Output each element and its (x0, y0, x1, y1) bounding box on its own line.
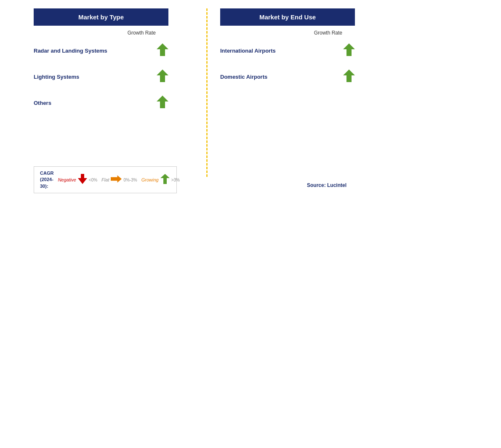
flat-label: Flat (101, 177, 109, 182)
list-item: Lighting Systems (34, 64, 168, 90)
item-label-international: International Airports (220, 48, 276, 54)
up-arrow-icon (157, 69, 168, 84)
svg-marker-1 (157, 69, 168, 82)
negative-range: <0% (89, 178, 97, 182)
svg-marker-3 (78, 174, 87, 184)
up-arrow-icon (157, 43, 168, 58)
vertical-divider (206, 8, 208, 177)
svg-marker-6 (343, 43, 355, 56)
legend-negative-item: Negative <0% (58, 174, 97, 186)
negative-label: Negative (58, 177, 76, 182)
item-label-others: Others (34, 100, 51, 106)
list-item: International Airports (220, 37, 355, 64)
growing-range: >3% (171, 178, 180, 182)
flat-range: 0%-3% (123, 178, 137, 182)
up-arrow-icon (343, 69, 355, 84)
list-item: Radar and Landing Systems (34, 37, 168, 64)
source-text: Source: Lucintel (220, 182, 346, 188)
svg-marker-5 (160, 174, 170, 184)
left-panel: Market by Type Growth Rate Radar and Lan… (34, 8, 194, 193)
list-item: Others (34, 90, 168, 116)
up-arrow-icon (157, 96, 168, 110)
list-item: Domestic Airports (220, 64, 355, 90)
up-arrow-icon (343, 43, 355, 58)
legend-flat-item: Flat 0%-3% (101, 175, 137, 185)
right-arrow-icon (111, 175, 122, 185)
left-panel-header: Market by Type (34, 8, 168, 26)
down-arrow-icon (78, 174, 87, 186)
item-label-lighting: Lighting Systems (34, 74, 79, 80)
right-panel-header: Market by End Use (220, 8, 355, 26)
growing-label: Growing (141, 177, 159, 182)
up-arrow-small-icon (160, 174, 170, 186)
svg-marker-0 (157, 43, 168, 56)
svg-marker-2 (157, 96, 168, 108)
item-label-radar: Radar and Landing Systems (34, 48, 107, 54)
svg-marker-7 (343, 69, 355, 82)
item-label-domestic: Domestic Airports (220, 74, 267, 80)
svg-marker-4 (111, 175, 122, 182)
left-growth-rate-label: Growth Rate (34, 26, 168, 37)
right-panel: Market by End Use Growth Rate Internatio… (220, 8, 380, 193)
legend-box: CAGR (2024-30): Negative <0% Flat (34, 166, 177, 193)
right-growth-rate-label: Growth Rate (220, 26, 355, 37)
legend-growing-item: Growing >3% (141, 174, 180, 186)
cagr-label: CAGR (2024-30): (40, 170, 53, 189)
